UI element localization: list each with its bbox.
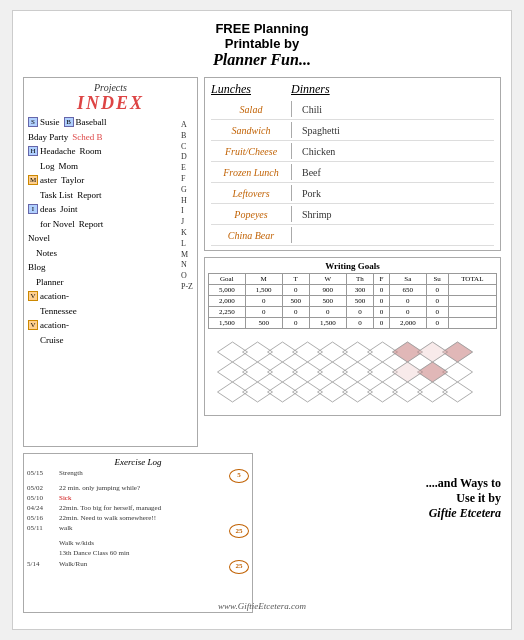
index-title: Projects INDEX — [28, 82, 193, 114]
wg-su-3: 0 — [426, 307, 448, 318]
wg-t-1: 0 — [282, 285, 309, 296]
ld-row-3: Fruit/Cheese Chicken — [211, 141, 494, 162]
ex-date-7 — [27, 539, 55, 548]
wg-total-2 — [448, 296, 496, 307]
index-entry-joint: Joint — [60, 203, 78, 217]
index-entry-baseball: Baseball — [76, 116, 107, 130]
writing-goals-box: Writing Goals Goal M T W Th F Sa Su TOTA… — [204, 257, 501, 416]
wg-m-3: 0 — [245, 307, 282, 318]
wg-th-m: M — [245, 274, 282, 285]
index-entry-headache: Headache — [40, 145, 75, 159]
wg-row-4: 1,500 500 0 1,500 0 0 2,000 0 — [209, 318, 497, 329]
index-row-7: I deas Joint — [28, 203, 179, 218]
index-box-i: I — [28, 204, 38, 214]
index-entry-sched: Sched B — [72, 131, 102, 145]
svg-marker-34 — [393, 362, 423, 382]
ld-dinner-4: Beef — [292, 167, 321, 178]
index-entry-report2: Report — [79, 218, 104, 232]
ld-lunch-2: Sandwich — [211, 125, 291, 136]
alpha-ab: AB — [181, 120, 193, 142]
wg-t-2: 500 — [282, 296, 309, 307]
ex-date-5: 05/16 — [27, 514, 55, 523]
wg-m-1: 1,500 — [245, 285, 282, 296]
index-entry-cruise: Cruise — [28, 334, 64, 348]
ld-lunch-1: Salad — [211, 104, 291, 115]
main-content: Projects INDEX S Susie B Baseball — [23, 77, 501, 597]
wg-f-2: 0 — [374, 296, 390, 307]
wg-table: Goal M T W Th F Sa Su TOTAL — [208, 273, 497, 329]
ld-row-6: Popeyes Shrimp — [211, 204, 494, 225]
wg-total-1 — [448, 285, 496, 296]
index-entry-room: Room — [79, 145, 101, 159]
wg-f-4: 0 — [374, 318, 390, 329]
wg-th-t: T — [282, 274, 309, 285]
index-word: INDEX — [28, 93, 193, 114]
ld-dinner-1: Chili — [292, 104, 322, 115]
wg-f-1: 0 — [374, 285, 390, 296]
ld-divider-7 — [291, 227, 292, 243]
wg-th-th: Th — [346, 274, 373, 285]
ld-dinner-3: Chicken — [292, 146, 335, 157]
ld-dinner-5: Pork — [292, 188, 321, 199]
index-entry-ideas: deas — [40, 203, 56, 217]
index-row-4: Log Mom — [28, 160, 179, 175]
ex-date-6: 05/11 — [27, 524, 55, 538]
ld-row-2: Sandwich Spaghetti — [211, 120, 494, 141]
wg-goal-4: 1,500 — [209, 318, 246, 329]
index-entry-blog: Blog — [28, 261, 46, 275]
ld-dinner-2: Spaghetti — [292, 125, 340, 136]
website-url: www.GiftieEtcetera.com — [218, 601, 306, 611]
index-row-3: H Headache Room — [28, 145, 179, 160]
alpha-pz: P-Z — [181, 282, 193, 293]
wg-row-1: 5,000 1,500 0 900 300 0 650 0 — [209, 285, 497, 296]
index-entry-report1: Report — [77, 189, 102, 203]
index-row-6: Task List Report — [28, 189, 179, 204]
left-panel: Projects INDEX S Susie B Baseball — [23, 77, 198, 597]
alpha-mn: MN — [181, 250, 193, 272]
wg-goal-3: 2,250 — [209, 307, 246, 318]
ld-lunch-4: Frozen Lunch — [211, 167, 291, 178]
index-entry-notes: Notes — [28, 247, 57, 261]
ex-date-8 — [27, 549, 55, 558]
diamond-svg — [208, 332, 497, 412]
index-entry-bday: Bday Party — [28, 131, 68, 145]
wg-row-3: 2,250 0 0 0 0 0 0 0 — [209, 307, 497, 318]
header: FREE Planning Printable by Planner Fun..… — [23, 21, 501, 69]
wg-m-2: 0 — [245, 296, 282, 307]
ex-date-3: 05/10 — [27, 494, 55, 503]
wg-total-3 — [448, 307, 496, 318]
wg-su-4: 0 — [426, 318, 448, 329]
wg-w-3: 0 — [309, 307, 346, 318]
diamond-grid — [208, 332, 497, 412]
ld-dinner-6: Shrimp — [292, 209, 331, 220]
right-panel: Lunches Dinners Salad Chili Sandwich Spa… — [204, 77, 501, 597]
ld-lunch-6: Popeyes — [211, 209, 291, 220]
index-box-v1: V — [28, 291, 38, 301]
wg-f-3: 0 — [374, 307, 390, 318]
index-entry-tennessee: Tennessee — [28, 305, 77, 319]
lunches-label: Lunches — [211, 82, 251, 97]
ex-date-2: 05/02 — [27, 484, 55, 493]
ld-row-4: Frozen Lunch Beef — [211, 162, 494, 183]
wg-th-3: 0 — [346, 307, 373, 318]
wg-w-4: 1,500 — [309, 318, 346, 329]
wg-sa-3: 0 — [389, 307, 426, 318]
wg-th-2: 500 — [346, 296, 373, 307]
wg-w-2: 500 — [309, 296, 346, 307]
index-row-8: for Novel Report — [28, 218, 179, 233]
index-box-h: H — [28, 146, 38, 156]
wg-th-f: F — [374, 274, 390, 285]
index-entry-novel: Novel — [28, 232, 50, 246]
ld-row-1: Salad Chili — [211, 99, 494, 120]
ex-note-1: Strength — [59, 469, 225, 483]
wg-w-1: 900 — [309, 285, 346, 296]
ld-lunch-7: China Bear — [211, 230, 291, 241]
dinners-label: Dinners — [291, 82, 330, 97]
header-title: FREE Planning — [23, 21, 501, 36]
wg-total-4 — [448, 318, 496, 329]
alpha-ef: EF — [181, 163, 193, 185]
wg-goal-1: 5,000 — [209, 285, 246, 296]
alpha-o: O — [181, 271, 193, 282]
wg-t-4: 0 — [282, 318, 309, 329]
wg-t-3: 0 — [282, 307, 309, 318]
